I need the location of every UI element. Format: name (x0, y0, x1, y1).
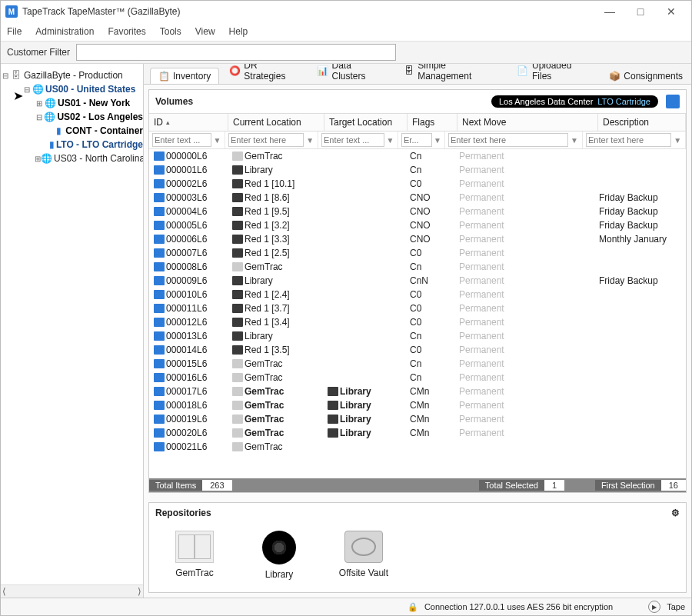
tree-item[interactable]: LTO - LTO Cartridge (56, 139, 143, 150)
location-icon (232, 276, 243, 285)
filter-description[interactable] (586, 133, 671, 147)
expander-icon[interactable]: ⊞ (35, 99, 44, 108)
tab-label: Inventory (173, 71, 211, 82)
badge-location: Los Angeles Data Center (499, 97, 593, 106)
gear-icon[interactable]: ⚙ (671, 508, 680, 518)
repository-item[interactable]: Library (252, 531, 306, 580)
minimize-button[interactable]: — (594, 1, 625, 22)
globe-icon: 🌐 (44, 97, 56, 109)
table-row[interactable]: 000009L6LibraryCnNPermanentFriday Backup (149, 274, 686, 288)
funnel-icon[interactable]: ▼ (434, 136, 441, 145)
table-row[interactable]: 000004L6Red 1 [9.5]CNOPermanentFriday Ba… (149, 205, 686, 218)
tape-text: Tape (667, 602, 685, 611)
close-button[interactable]: ✕ (656, 1, 687, 22)
panel-title: Volumes (155, 96, 193, 107)
table-row[interactable]: 000007L6Red 1 [2.5]C0Permanent (149, 246, 686, 260)
panel-icon[interactable] (666, 95, 680, 108)
repository-item[interactable]: GemTrac (168, 531, 221, 580)
table-row[interactable]: 000013L6LibraryCnPermanent (149, 329, 686, 343)
filter-id[interactable] (152, 133, 211, 147)
grid-rows[interactable]: 000000L6GemTracCnPermanent000001L6Librar… (149, 149, 686, 478)
table-row[interactable]: 000018L6GemTracLibraryCMnPermanent (149, 398, 686, 412)
table-row[interactable]: 000014L6Red 1 [3.5]C0Permanent (149, 343, 686, 357)
panel-header: Volumes Los Angeles Data Center LTO Cart… (149, 90, 686, 113)
table-row[interactable]: 000020L6GemTracLibraryCMnPermanent (149, 426, 686, 440)
tab-inventory[interactable]: 📋Inventory (150, 68, 219, 84)
filter-target-location[interactable] (321, 133, 384, 147)
volume-icon (154, 235, 165, 244)
volume-icon (154, 193, 165, 202)
expander-icon[interactable]: ⊟ (22, 85, 32, 94)
expander-icon[interactable]: ⊞ (35, 155, 41, 163)
customer-filter-input[interactable] (76, 44, 396, 61)
tab-dr-strategies[interactable]: ⭕DR Strategies (221, 64, 307, 84)
first-selection-label: First Selection (595, 480, 661, 491)
maximize-button[interactable]: □ (625, 1, 656, 22)
table-row[interactable]: 000010L6Red 1 [2.4]C0Permanent (149, 288, 686, 301)
table-row[interactable]: 000012L6Red 1 [3.4]C0Permanent (149, 315, 686, 329)
volume-icon (154, 415, 165, 424)
repositories-header: Repositories ⚙ (149, 503, 686, 523)
table-row[interactable]: 000011L6Red 1 [3.7]C0Permanent (149, 301, 686, 315)
table-row[interactable]: 000019L6GemTracLibraryCMnPermanent (149, 412, 686, 426)
table-row[interactable]: 000002L6Red 1 [10.1]C0Permanent (149, 177, 686, 191)
tab-consignments[interactable]: 📦Consignments (601, 68, 691, 84)
menu-favorites[interactable]: Favorites (106, 25, 147, 38)
volume-icon (154, 345, 165, 355)
table-row[interactable]: 000000L6GemTracCnPermanent (149, 149, 686, 163)
funnel-icon[interactable]: ▼ (213, 136, 221, 145)
repository-label: Offsite Vault (339, 568, 388, 578)
tab-uploaded-files[interactable]: 📄Uploaded Files (509, 64, 599, 84)
tree-item[interactable]: US02 - Los Angeles (57, 112, 143, 122)
status-strip: Total Items 263 Total Selected 1 First S… (149, 478, 686, 492)
tree-item[interactable]: US03 - North Carolina (54, 153, 144, 164)
col-next-move[interactable]: Next Move (457, 114, 598, 131)
location-icon (232, 359, 243, 368)
sidebar-scrollbar[interactable]: ⟨⟩ (1, 584, 143, 598)
volume-icon (154, 304, 165, 313)
table-row[interactable]: 000015L6GemTracCnPermanent (149, 357, 686, 371)
table-row[interactable]: 000003L6Red 1 [8.6]CNOPermanentFriday Ba… (149, 191, 686, 205)
menu-view[interactable]: View (194, 25, 217, 38)
tree-item[interactable]: US01 - New York (58, 98, 130, 108)
menu-administration[interactable]: Administration (34, 25, 95, 38)
funnel-icon[interactable]: ▼ (386, 136, 394, 145)
col-current-location[interactable]: Current Location (228, 114, 324, 131)
table-row[interactable]: 000008L6GemTracCnPermanent (149, 260, 686, 274)
location-icon (232, 387, 243, 396)
col-description[interactable]: Description (598, 114, 686, 131)
tree-root[interactable]: GazillaByte - Production (24, 70, 123, 81)
funnel-icon[interactable]: ▼ (570, 136, 579, 145)
tab-data-clusters[interactable]: 📊Data Clusters (309, 64, 394, 84)
table-row[interactable]: 000016L6GemTracCnPermanent (149, 371, 686, 385)
menu-help[interactable]: Help (228, 25, 250, 38)
sidebar: ⊟🗄GazillaByte - Production⊟🌐US00 - Unite… (1, 64, 144, 598)
tree-item[interactable]: US00 - United States (45, 84, 135, 95)
expander-icon[interactable]: ⊟ (1, 72, 10, 80)
menu-file[interactable]: File (5, 25, 23, 38)
table-row[interactable]: 000006L6Red 1 [3.3]CNOPermanentMonthly J… (149, 232, 686, 246)
table-row[interactable]: 000021L6GemTrac (149, 440, 686, 454)
funnel-icon[interactable]: ▼ (673, 136, 682, 145)
funnel-icon[interactable]: ▼ (305, 136, 314, 145)
tree-item[interactable]: CONT - Container (65, 125, 143, 136)
menu-tools[interactable]: Tools (158, 25, 183, 38)
filter-current-location[interactable] (228, 133, 304, 147)
repository-item[interactable]: Offsite Vault (337, 531, 391, 580)
customer-filter-row: Customer Filter (1, 42, 691, 64)
tab-simple-management[interactable]: 🗄Simple Management (395, 64, 507, 84)
location-icon (232, 262, 243, 271)
col-flags[interactable]: Flags (408, 114, 457, 131)
table-row[interactable]: 000001L6LibraryCnPermanent (149, 163, 686, 177)
filter-flags[interactable] (401, 133, 432, 147)
play-icon[interactable]: ▶ (648, 601, 660, 613)
volume-icon (154, 221, 165, 230)
expander-icon[interactable]: ⊟ (35, 113, 44, 122)
volume-icon (154, 207, 165, 216)
col-target-location[interactable]: Target Location (324, 114, 408, 131)
table-row[interactable]: 000005L6Red 1 [3.2]CNOPermanentFriday Ba… (149, 218, 686, 232)
col-id[interactable]: ID (149, 114, 228, 131)
filter-next-move[interactable] (448, 133, 568, 147)
table-row[interactable]: 000017L6GemTracLibraryCMnPermanent (149, 385, 686, 398)
volume-icon (154, 290, 165, 299)
